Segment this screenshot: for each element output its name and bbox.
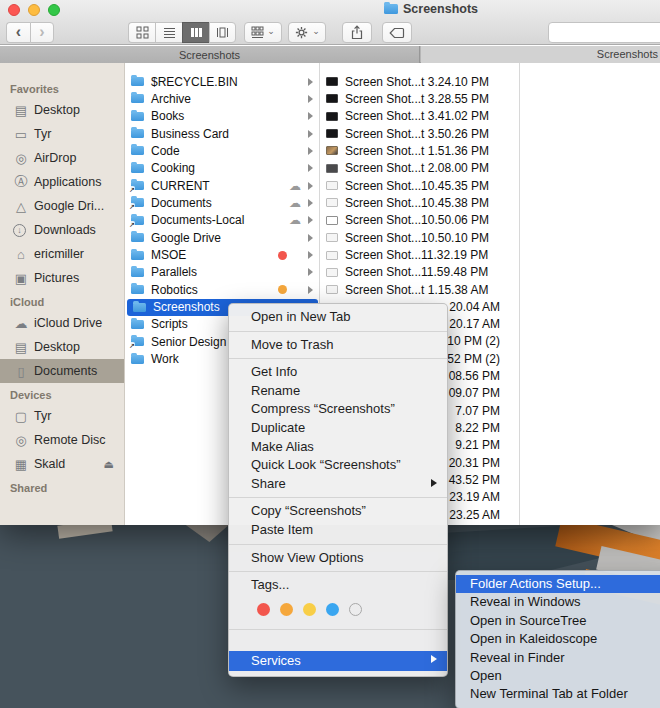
folder-row-documents-local[interactable]: ↗Documents-Local☁ — [125, 212, 319, 229]
share-button[interactable] — [342, 22, 372, 43]
zoom-button[interactable] — [48, 4, 60, 16]
sidebar-item-google-dri[interactable]: △Google Dri... — [0, 194, 124, 218]
window-title-area: Screenshots — [384, 1, 478, 17]
menu-item-open-in-new-tab[interactable]: Open in New Tab — [229, 308, 447, 327]
folder-row-archive[interactable]: Archive — [125, 90, 319, 107]
tag-tag-red-swatch[interactable] — [257, 603, 270, 616]
menu-item-duplicate[interactable]: Duplicate — [229, 419, 447, 438]
folder-name: $RECYCLE.BIN — [151, 75, 238, 89]
file-row[interactable]: Screen Shot...10.50.06 PM — [320, 212, 519, 229]
search-input[interactable] — [548, 22, 660, 43]
menu-item-share[interactable]: Share — [229, 475, 447, 494]
sidebar-item-downloads[interactable]: ↓Downloads — [0, 218, 124, 242]
file-row[interactable]: Screen Shot...11.59.48 PM — [320, 264, 519, 281]
alias-arrow-icon: ↗ — [129, 221, 135, 228]
back-button[interactable]: ‹ — [6, 22, 30, 43]
eject-icon[interactable]: ⏏ — [104, 458, 114, 471]
folder-row-current[interactable]: ↗CURRENT☁ — [125, 177, 319, 194]
submenu-item-new-terminal-tab-at-folder[interactable]: New Terminal Tab at Folder — [456, 685, 660, 703]
file-row[interactable]: Screen Shot...11.32.19 PM — [320, 247, 519, 264]
minimize-button[interactable] — [28, 4, 40, 16]
sidebar-item-skald[interactable]: ▦Skald⏏ — [0, 452, 124, 476]
file-thumbnail-icon — [326, 129, 338, 138]
folder-row-google-drive[interactable]: Google Drive — [125, 229, 319, 246]
sidebar-item-applications[interactable]: ⒶApplications — [0, 170, 124, 194]
sidebar-item-tyr[interactable]: ▭Tyr — [0, 122, 124, 146]
menu-item-paste-item[interactable]: Paste Item — [229, 521, 447, 540]
sidebar-item-desktop[interactable]: ▤Desktop — [0, 98, 124, 122]
folder-icon — [131, 233, 144, 242]
menu-item-move-to-trash[interactable]: Move to Trash — [229, 336, 447, 355]
file-name: Screen Shot...t 3.41.02 PM — [345, 109, 489, 123]
tab-screenshots-2[interactable]: Screenshots — [421, 46, 660, 63]
folder-name: Cooking — [151, 161, 195, 175]
menu-item-make-alias[interactable]: Make Alias — [229, 438, 447, 457]
sidebar-item-tyr[interactable]: ▢Tyr — [0, 404, 124, 428]
submenu-arrow-icon — [431, 479, 437, 487]
submenu-item-open-in-kaleidoscope[interactable]: Open in Kaleidoscope — [456, 630, 660, 648]
folder-row-msoe[interactable]: MSOE — [125, 247, 319, 264]
file-row[interactable]: Screen Shot...t 1.51.36 PM — [320, 142, 519, 159]
sidebar-item-label: Documents — [34, 364, 97, 378]
column-view-icon — [190, 26, 203, 39]
action-button[interactable]: ⌄ — [288, 22, 326, 43]
close-button[interactable] — [8, 4, 20, 16]
file-row[interactable]: Screen Shot...t 1.15.38 AM — [320, 281, 519, 298]
folder-icon: ↗ — [131, 198, 144, 207]
sidebar-item-label: Pictures — [34, 271, 79, 285]
folder-row-parallels[interactable]: Parallels — [125, 264, 319, 281]
submenu-item-folder-actions-setup[interactable]: Folder Actions Setup... — [456, 575, 660, 593]
forward-button[interactable]: › — [30, 22, 54, 43]
sidebar-item-pictures[interactable]: ▣Pictures — [0, 266, 124, 290]
tab-screenshots-1[interactable]: Screenshots — [0, 46, 420, 63]
folder-row-documents[interactable]: ↗Documents☁ — [125, 194, 319, 211]
menu-item-copy-screenshots[interactable]: Copy “Screenshots” — [229, 502, 447, 521]
file-name: Screen Shot...11.32.19 PM — [345, 248, 488, 262]
submenu-item-reveal-in-finder[interactable]: Reveal in Finder — [456, 649, 660, 667]
sidebar-item-remote-disc[interactable]: ◎Remote Disc — [0, 428, 124, 452]
icon-view-button[interactable] — [128, 22, 155, 43]
tag-tag-yellow-swatch[interactable] — [303, 603, 316, 616]
sidebar-item-desktop[interactable]: ▤Desktop — [0, 335, 124, 359]
file-row[interactable]: Screen Shot...10.45.35 PM — [320, 177, 519, 194]
folder-row-recycle-bin[interactable]: $RECYCLE.BIN — [125, 73, 319, 90]
sidebar-item-label: Desktop — [34, 340, 80, 354]
title-and-toolbar: Screenshots ‹ › — [0, 0, 660, 45]
menu-item-get-info[interactable]: Get Info — [229, 363, 447, 382]
folder-row-business-card[interactable]: Business Card — [125, 125, 319, 142]
file-row[interactable]: Screen Shot...t 3.24.10 PM — [320, 73, 519, 90]
tab-bar: Screenshots Screenshots — [0, 46, 660, 63]
sidebar-item-airdrop[interactable]: ◎AirDrop — [0, 146, 124, 170]
coverflow-view-button[interactable] — [209, 22, 236, 43]
sidebar-item-icloud-drive[interactable]: ☁iCloud Drive — [0, 311, 124, 335]
list-view-button[interactable] — [155, 22, 182, 43]
menu-item-services[interactable]: Services — [229, 651, 447, 671]
tag-button[interactable] — [382, 22, 412, 43]
file-row[interactable]: Screen Shot...10.50.10 PM — [320, 229, 519, 246]
menu-item-rename[interactable]: Rename — [229, 382, 447, 401]
file-row[interactable]: Screen Shot...10.45.38 PM — [320, 194, 519, 211]
file-row[interactable]: Screen Shot...t 3.41.02 PM — [320, 108, 519, 125]
menu-item-compress-screenshots[interactable]: Compress “Screenshots” — [229, 400, 447, 419]
submenu-item-open[interactable]: Open — [456, 667, 660, 685]
file-row[interactable]: Screen Shot...t 3.50.26 PM — [320, 125, 519, 142]
tag-empty-swatch[interactable] — [349, 603, 362, 616]
submenu-item-open-in-sourcetree[interactable]: Open in SourceTree — [456, 612, 660, 630]
folder-row-code[interactable]: Code — [125, 142, 319, 159]
file-row[interactable]: Screen Shot...t 2.08.00 PM — [320, 160, 519, 177]
folder-row-cooking[interactable]: Cooking — [125, 160, 319, 177]
sidebar-section-devices: Devices▢Tyr◎Remote Disc▦Skald⏏ — [0, 383, 124, 476]
menu-item-tags[interactable]: Tags... — [229, 576, 447, 595]
submenu-item-reveal-in-windows[interactable]: Reveal in Windows — [456, 593, 660, 611]
menu-item-show-view-options[interactable]: Show View Options — [229, 549, 447, 568]
menu-item-quick-look-screenshots[interactable]: Quick Look “Screenshots” — [229, 456, 447, 475]
sidebar-item-documents[interactable]: ▯Documents — [0, 359, 124, 383]
sidebar-item-ericmiller[interactable]: ⌂ericmiller — [0, 242, 124, 266]
folder-row-books[interactable]: Books — [125, 108, 319, 125]
file-row[interactable]: Screen Shot...t 3.28.55 PM — [320, 90, 519, 107]
column-view-button[interactable] — [182, 22, 209, 43]
tag-tag-orange-swatch[interactable] — [280, 603, 293, 616]
folder-row-robotics[interactable]: Robotics — [125, 281, 319, 298]
arrange-button[interactable]: ⌄ — [244, 22, 282, 43]
tag-tag-blue-swatch[interactable] — [326, 603, 339, 616]
